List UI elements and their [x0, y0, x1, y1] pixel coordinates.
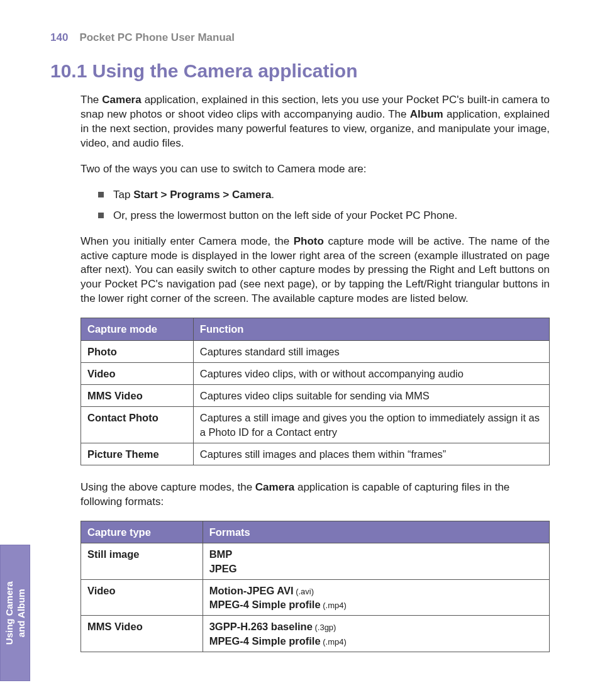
table-row: MMS Video 3GPP-H.263 baseline (.3gp) MPE…: [81, 616, 550, 652]
chapter-side-tab: Using Camera and Album: [0, 545, 30, 681]
col-header-function: Function: [193, 318, 549, 340]
list-item: Tap Start > Programs > Camera.: [81, 188, 550, 203]
switch-intro: Two of the ways you can use to switch to…: [81, 162, 550, 177]
table-row: Photo Captures standard still images: [81, 340, 550, 362]
col-header-type: Capture type: [81, 521, 203, 543]
table-row: Video Motion-JPEG AVI (.avi) MPEG-4 Simp…: [81, 579, 550, 616]
switch-methods-list: Tap Start > Programs > Camera. Or, press…: [81, 188, 550, 223]
table-row: MMS Video Captures video clips suitable …: [81, 385, 550, 407]
side-tab-line1: Using Camera: [3, 581, 14, 645]
list-item: Or, press the lowermost button on the le…: [81, 209, 550, 223]
intro-paragraph: The Camera application, explained in thi…: [81, 93, 550, 151]
col-header-formats: Formats: [203, 521, 549, 543]
capture-formats-table: Capture type Formats Still image BMP JPE…: [81, 521, 550, 652]
manual-title: Pocket PC Phone User Manual: [79, 31, 235, 44]
table-row: Picture Theme Captures still images and …: [81, 443, 550, 465]
col-header-mode: Capture mode: [81, 318, 194, 340]
table-row: Contact Photo Captures a still image and…: [81, 407, 550, 443]
photo-mode-paragraph: When you initially enter Camera mode, th…: [81, 235, 550, 307]
section-heading: 10.1 Using the Camera application: [50, 60, 550, 82]
page-number: 140: [50, 31, 68, 44]
page-header: 140 Pocket PC Phone User Manual: [50, 31, 550, 44]
table-row: Still image BMP JPEG: [81, 543, 550, 580]
capture-modes-table: Capture mode Function Photo Captures sta…: [81, 318, 550, 465]
side-tab-line2: and Album: [15, 589, 26, 637]
table-row: Video Captures video clips, with or with…: [81, 362, 550, 384]
formats-intro: Using the above capture modes, the Camer…: [81, 481, 550, 509]
